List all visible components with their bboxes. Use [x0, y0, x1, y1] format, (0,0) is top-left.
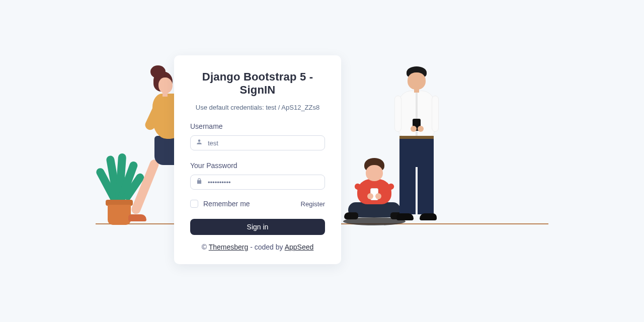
signin-card: Django Bootstrap 5 - SignIN Use default …	[174, 55, 341, 264]
footer-mid: - coded by	[248, 243, 284, 251]
card-footer: © Themesberg - coded by AppSeed	[190, 243, 325, 251]
themesberg-link[interactable]: Themesberg	[209, 243, 249, 251]
user-icon	[196, 138, 203, 147]
username-input-group[interactable]	[190, 135, 325, 150]
card-title: Django Bootstrap 5 - SignIN	[190, 70, 325, 97]
sign-in-button[interactable]: Sign in	[190, 219, 325, 235]
username-label: Username	[190, 122, 325, 130]
hint-pass: ApS12_ZZs8	[281, 104, 319, 111]
password-input-group[interactable]	[190, 175, 325, 190]
username-input[interactable]	[208, 139, 319, 147]
remember-me-checkbox[interactable]	[190, 200, 198, 208]
password-input[interactable]	[208, 179, 319, 186]
password-label: Your Password	[190, 162, 325, 170]
lock-icon	[196, 178, 203, 187]
register-link[interactable]: Register	[301, 200, 325, 208]
hint-prefix: Use default credentials:	[196, 104, 266, 111]
hint-sep: /	[276, 104, 281, 111]
appseed-link[interactable]: AppSeed	[285, 243, 314, 251]
illustration-man	[392, 66, 448, 224]
remember-me[interactable]: Remember me	[190, 200, 250, 208]
remember-me-label: Remember me	[203, 200, 250, 208]
credentials-hint: Use default credentials: test / ApS12_ZZ…	[190, 104, 325, 111]
hint-user: test	[266, 104, 276, 111]
footer-copyright: ©	[202, 243, 209, 251]
